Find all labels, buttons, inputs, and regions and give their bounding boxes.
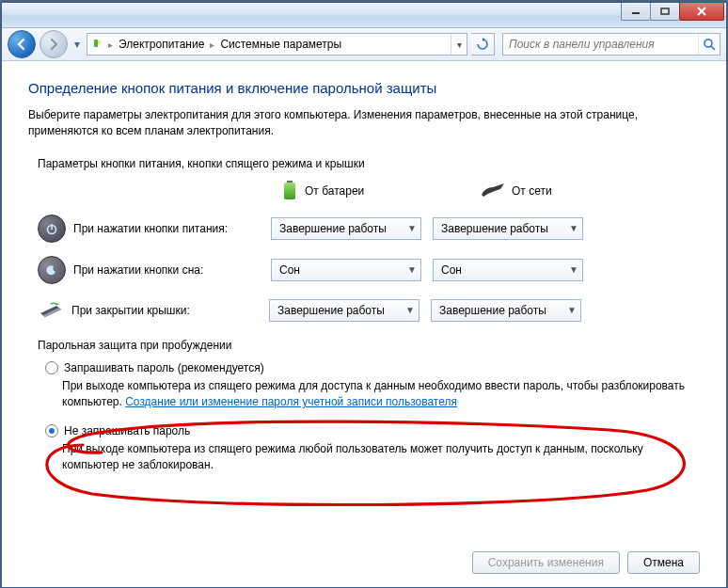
radio-norequire[interactable] xyxy=(45,424,58,437)
power-options-icon xyxy=(87,37,108,52)
address-dropdown[interactable]: ▾ xyxy=(451,34,467,55)
breadcrumb: ▸ Электропитание ▸ Системные параметры xyxy=(108,38,451,51)
chevron-right-icon: ▸ xyxy=(210,40,214,50)
intro-text: Выберите параметры электропитания для эт… xyxy=(28,107,700,140)
content-area: Определение кнопок питания и включение п… xyxy=(2,61,726,587)
row-power-button: При нажатии кнопки питания: Завершение р… xyxy=(38,215,700,243)
row-lid-label: При закрытии крышки: xyxy=(64,304,269,317)
select-power-battery[interactable]: Завершение работы▼ xyxy=(271,217,421,240)
column-ac-label: От сети xyxy=(512,184,552,198)
link-create-password[interactable]: Создание или изменение пароля учетной за… xyxy=(125,395,457,408)
radio-require-label: Запрашивать пароль (рекомендуется) xyxy=(64,361,264,374)
search-box[interactable] xyxy=(502,33,720,56)
page-title: Определение кнопок питания и включение п… xyxy=(28,80,700,96)
row-lid-close: При закрытии крышки: Завершение работы▼ … xyxy=(38,297,700,324)
select-lid-battery[interactable]: Завершение работы▼ xyxy=(269,299,419,322)
select-sleep-ac[interactable]: Сон▼ xyxy=(433,259,583,281)
column-headers: От батареи От сети xyxy=(282,180,700,203)
radio-require-desc: При выходе компьютера из спящего режима … xyxy=(62,378,700,411)
battery-icon xyxy=(282,180,297,203)
section-buttons-label: Параметры кнопки питания, кнопки спящего… xyxy=(38,157,700,170)
minimize-button[interactable] xyxy=(621,3,650,21)
breadcrumb-item[interactable]: Электропитание xyxy=(115,38,208,51)
power-button-icon xyxy=(38,215,66,243)
breadcrumb-item[interactable]: Системные параметры xyxy=(216,38,345,51)
laptop-lid-icon xyxy=(38,297,64,324)
select-power-ac[interactable]: Завершение работы▼ xyxy=(433,217,583,240)
radio-require[interactable] xyxy=(45,361,58,374)
nav-bar: ▾ ▸ Электропитание ▸ Системные параметры… xyxy=(2,28,726,61)
search-input[interactable] xyxy=(503,38,698,51)
row-sleep-button: При нажатии кнопки сна: Сон▼ Сон▼ xyxy=(38,256,700,284)
chevron-right-icon: ▸ xyxy=(108,40,113,50)
svg-rect-1 xyxy=(661,8,669,14)
refresh-button[interactable] xyxy=(471,33,495,56)
section-wake-label: Парольная защита при пробуждении xyxy=(38,339,700,352)
radio-norequire-desc: При выходе компьютера из спящего режима … xyxy=(62,441,700,474)
search-icon[interactable] xyxy=(698,34,720,55)
select-sleep-battery[interactable]: Сон▼ xyxy=(271,259,421,281)
radio-no-password: Не запрашивать пароль При выходе компьют… xyxy=(45,424,700,474)
forward-button[interactable] xyxy=(40,30,68,58)
svg-point-5 xyxy=(704,40,712,47)
close-button[interactable] xyxy=(679,3,724,21)
window-controls xyxy=(621,3,724,21)
row-power-label: При нажатии кнопки питания: xyxy=(66,222,271,235)
select-lid-ac[interactable]: Завершение работы▼ xyxy=(431,299,581,322)
footer-buttons: Сохранить изменения Отмена xyxy=(472,551,700,574)
radio-norequire-label: Не запрашивать пароль xyxy=(64,424,190,437)
svg-rect-4 xyxy=(94,40,98,47)
back-button[interactable] xyxy=(8,30,36,58)
cancel-button[interactable]: Отмена xyxy=(627,551,700,574)
svg-rect-7 xyxy=(287,181,293,183)
nav-history-dropdown[interactable]: ▾ xyxy=(71,38,83,51)
sleep-button-icon xyxy=(38,256,66,284)
control-panel-window: ▾ ▸ Электропитание ▸ Системные параметры… xyxy=(1,2,727,588)
radio-require-password: Запрашивать пароль (рекомендуется) При в… xyxy=(45,361,700,411)
row-sleep-label: При нажатии кнопки сна: xyxy=(66,263,271,277)
title-bar xyxy=(2,3,726,28)
maximize-button[interactable] xyxy=(650,3,679,21)
column-battery-label: От батареи xyxy=(305,184,364,198)
save-button[interactable]: Сохранить изменения xyxy=(472,551,620,574)
plug-icon xyxy=(480,182,504,201)
svg-rect-8 xyxy=(284,183,295,199)
address-bar[interactable]: ▸ Электропитание ▸ Системные параметры ▾ xyxy=(87,33,467,56)
svg-line-6 xyxy=(711,46,715,50)
